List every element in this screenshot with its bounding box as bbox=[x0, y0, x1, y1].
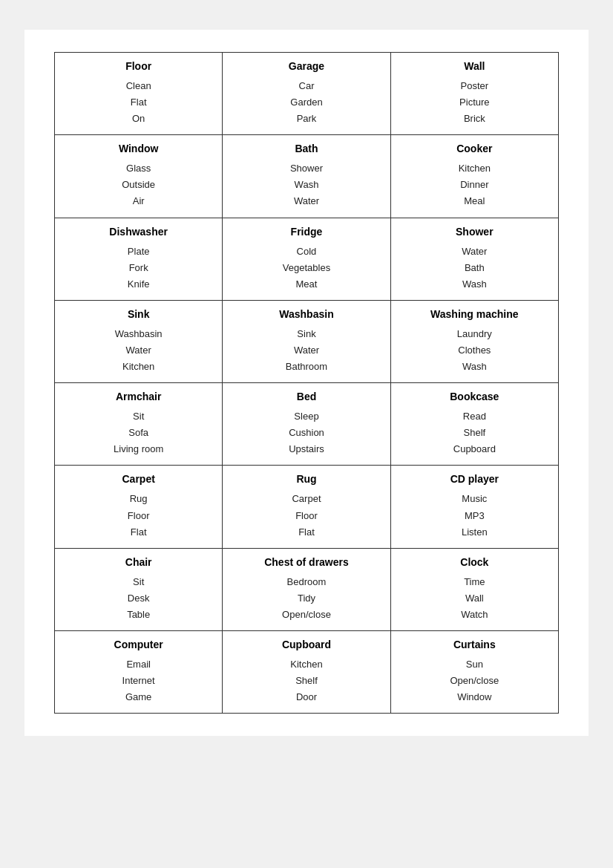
cell-title: Bed bbox=[232, 391, 381, 402]
word-item: Sink bbox=[232, 326, 381, 342]
cell-title: Rug bbox=[232, 473, 381, 485]
word-item: Game bbox=[64, 689, 213, 705]
word-item: Air bbox=[64, 193, 213, 209]
word-item: Shower bbox=[232, 160, 381, 177]
word-item: Listen bbox=[400, 524, 549, 541]
vocab-cell: FridgeColdVegetablesMeat bbox=[223, 218, 390, 300]
word-item: Desk bbox=[64, 590, 213, 607]
vocab-cell: FloorCleanFlatOn bbox=[55, 53, 223, 135]
vocab-cell: SinkWashbasinWaterKitchen bbox=[55, 300, 223, 382]
word-item: Shelf bbox=[232, 673, 381, 689]
vocab-cell: BathShowerWashWater bbox=[223, 135, 390, 218]
vocab-cell: Washing machineLaundryClothesWash bbox=[390, 300, 558, 382]
cell-title: Chair bbox=[64, 556, 213, 568]
cell-title: Sink bbox=[64, 308, 213, 320]
vocab-cell: WashbasinSinkWaterBathroom bbox=[223, 300, 390, 382]
cell-title: Bookcase bbox=[400, 391, 549, 402]
word-item: Poster bbox=[400, 78, 549, 94]
cell-title: Curtains bbox=[400, 639, 549, 650]
vocab-cell: CurtainsSunOpen/closeWindow bbox=[390, 630, 558, 713]
cell-words: ShowerWashWater bbox=[232, 160, 381, 209]
word-item: Email bbox=[64, 656, 213, 673]
cell-words: SinkWaterBathroom bbox=[232, 326, 381, 375]
cell-title: Garage bbox=[232, 60, 381, 72]
cell-words: EmailInternetGame bbox=[64, 656, 213, 705]
word-item: Vegetables bbox=[232, 260, 381, 276]
word-item: Kitchen bbox=[64, 359, 213, 375]
cell-words: RugFloorFlat bbox=[64, 491, 213, 540]
cell-words: WashbasinWaterKitchen bbox=[64, 326, 213, 375]
word-item: Flat bbox=[232, 524, 381, 541]
word-item: Bathroom bbox=[232, 359, 381, 375]
word-item: Cushion bbox=[232, 425, 381, 441]
vocab-cell: CarpetRugFloorFlat bbox=[55, 466, 223, 548]
word-item: Park bbox=[232, 111, 381, 127]
word-item: Knife bbox=[64, 276, 213, 293]
vocab-cell: ShowerWaterBathWash bbox=[390, 218, 558, 300]
word-item: Time bbox=[400, 574, 549, 590]
word-item: Tidy bbox=[232, 590, 381, 607]
word-item: Cold bbox=[232, 244, 381, 260]
cell-words: ReadShelfCupboard bbox=[400, 408, 549, 457]
word-item: Kitchen bbox=[232, 656, 381, 673]
cell-title: Fridge bbox=[232, 226, 381, 238]
cell-title: Shower bbox=[400, 226, 549, 238]
word-item: Outside bbox=[64, 177, 213, 193]
cell-title: Computer bbox=[64, 639, 213, 650]
word-item: Cupboard bbox=[400, 441, 549, 457]
cell-words: PosterPictureBrick bbox=[400, 78, 549, 127]
cell-words: SitSofaLiving room bbox=[64, 408, 213, 457]
cell-words: LaundryClothesWash bbox=[400, 326, 549, 375]
vocab-cell: ComputerEmailInternetGame bbox=[55, 630, 223, 713]
cell-words: KitchenDinnerMeal bbox=[400, 160, 549, 209]
word-item: Meal bbox=[400, 193, 549, 209]
word-item: Open/close bbox=[232, 607, 381, 623]
word-item: Glass bbox=[64, 160, 213, 177]
word-item: Clothes bbox=[400, 342, 549, 359]
word-item: Water bbox=[232, 193, 381, 209]
word-item: Rug bbox=[64, 491, 213, 507]
word-item: Flat bbox=[64, 524, 213, 541]
word-item: Floor bbox=[232, 508, 381, 524]
cell-title: Cooker bbox=[400, 143, 549, 154]
word-item: Meat bbox=[232, 276, 381, 293]
word-item: Wash bbox=[400, 276, 549, 293]
vocab-cell: Chest of drawersBedroomTidyOpen/close bbox=[223, 548, 390, 630]
cell-words: WaterBathWash bbox=[400, 244, 549, 293]
word-item: Garden bbox=[232, 94, 381, 111]
vocab-cell: CupboardKitchenShelfDoor bbox=[223, 630, 390, 713]
word-item: Table bbox=[64, 607, 213, 623]
cell-words: KitchenShelfDoor bbox=[232, 656, 381, 705]
word-item: Plate bbox=[64, 244, 213, 260]
page: FloorCleanFlatOnGarageCarGardenParkWallP… bbox=[24, 30, 589, 736]
word-item: Water bbox=[400, 244, 549, 260]
word-item: Door bbox=[232, 689, 381, 705]
word-item: Clean bbox=[64, 78, 213, 94]
vocab-cell: RugCarpetFloorFlat bbox=[223, 466, 390, 548]
word-item: Washbasin bbox=[64, 326, 213, 342]
word-item: Fork bbox=[64, 260, 213, 276]
word-item: Picture bbox=[400, 94, 549, 111]
cell-title: Floor bbox=[64, 60, 213, 72]
cell-title: Armchair bbox=[64, 391, 213, 402]
vocab-cell: BookcaseReadShelfCupboard bbox=[390, 383, 558, 466]
word-item: Sit bbox=[64, 408, 213, 425]
cell-words: CleanFlatOn bbox=[64, 78, 213, 127]
cell-words: SleepCushionUpstairs bbox=[232, 408, 381, 457]
word-item: Internet bbox=[64, 673, 213, 689]
word-item: Wash bbox=[400, 359, 549, 375]
word-item: Wall bbox=[400, 590, 549, 607]
cell-words: ColdVegetablesMeat bbox=[232, 244, 381, 293]
word-item: Sun bbox=[400, 656, 549, 673]
vocab-cell: ChairSitDeskTable bbox=[55, 548, 223, 630]
word-item: Water bbox=[64, 342, 213, 359]
word-item: Brick bbox=[400, 111, 549, 127]
cell-words: GlassOutsideAir bbox=[64, 160, 213, 209]
cell-words: SunOpen/closeWindow bbox=[400, 656, 549, 705]
word-item: Bath bbox=[400, 260, 549, 276]
vocab-cell: WallPosterPictureBrick bbox=[390, 53, 558, 135]
cell-words: TimeWallWatch bbox=[400, 574, 549, 623]
word-item: MP3 bbox=[400, 508, 549, 524]
vocab-cell: WindowGlassOutsideAir bbox=[55, 135, 223, 218]
cell-words: CarGardenPark bbox=[232, 78, 381, 127]
